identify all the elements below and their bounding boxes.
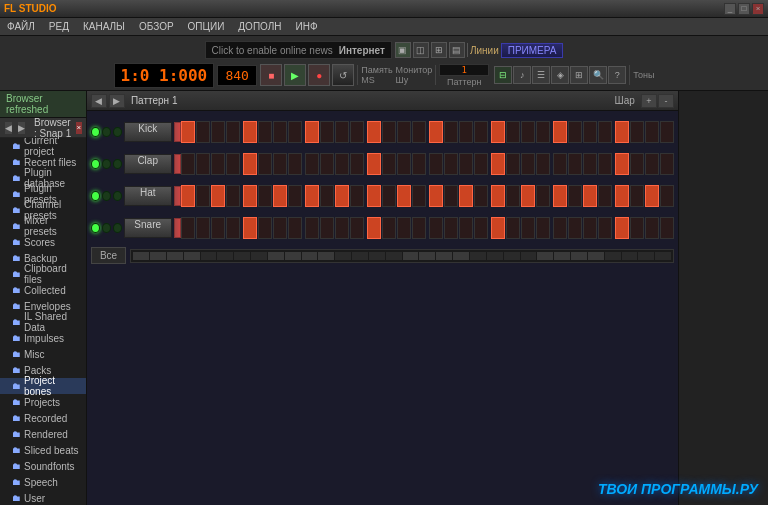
pad-1[interactable] [196,185,210,207]
mini-pad-22[interactable] [504,252,520,260]
pad-14[interactable] [397,185,411,207]
browser-item-user[interactable]: 🖿 User [0,490,86,505]
pad-23[interactable] [536,217,550,239]
pad-24[interactable] [553,153,567,175]
pad-18[interactable] [459,217,473,239]
clap-led2[interactable] [102,159,111,169]
all-button[interactable]: Все [91,247,126,264]
pad-0[interactable] [181,185,195,207]
pad-19[interactable] [474,153,488,175]
pad-11[interactable] [350,121,364,143]
pad-9[interactable] [320,121,334,143]
pad-17[interactable] [444,185,458,207]
pad-16[interactable] [429,217,443,239]
pad-24[interactable] [553,121,567,143]
pad-20[interactable] [491,121,505,143]
mini-pad-1[interactable] [150,252,166,260]
maximize-button[interactable]: □ [738,3,750,15]
clap-led3[interactable] [113,159,122,169]
snare-name-button[interactable]: Snare [124,218,172,238]
pad-11[interactable] [350,153,364,175]
pad-27[interactable] [598,185,612,207]
menu-file[interactable]: ФАЙЛ [4,21,38,32]
pad-23[interactable] [536,185,550,207]
play-button[interactable]: ▶ [284,64,306,86]
toolbar-icon-1[interactable]: ▣ [395,42,411,58]
pad-23[interactable] [536,153,550,175]
pad-21[interactable] [506,121,520,143]
mini-pad-2[interactable] [167,252,183,260]
pad-9[interactable] [320,153,334,175]
kick-led[interactable] [91,127,100,137]
bpm-display[interactable]: 840 [217,65,257,86]
pad-19[interactable] [474,217,488,239]
help-icon[interactable]: ? [608,66,626,84]
loop-button[interactable]: ↺ [332,64,354,86]
pad-15[interactable] [412,121,426,143]
mini-pad-4[interactable] [201,252,217,260]
toolbar-icon-4[interactable]: ▤ [449,42,465,58]
pad-4[interactable] [243,153,257,175]
pad-18[interactable] [459,185,473,207]
snare-led2[interactable] [102,223,111,233]
toolbar-icon-2[interactable]: ◫ [413,42,429,58]
pad-10[interactable] [335,217,349,239]
pad-16[interactable] [429,121,443,143]
pad-3[interactable] [226,185,240,207]
pad-14[interactable] [397,121,411,143]
browser-close-button[interactable]: × [76,122,82,134]
pad-2[interactable] [211,217,225,239]
pad-28[interactable] [615,217,629,239]
pad-1[interactable] [196,153,210,175]
close-button[interactable]: × [752,3,764,15]
browser-item-misc[interactable]: 🖿 Misc [0,346,86,362]
snare-vol[interactable] [174,218,181,238]
hat-led3[interactable] [113,191,122,201]
pad-5[interactable] [258,217,272,239]
pad-10[interactable] [335,121,349,143]
pad-30[interactable] [645,121,659,143]
mini-pad-6[interactable] [234,252,250,260]
pad-8[interactable] [305,121,319,143]
mini-pad-3[interactable] [184,252,200,260]
snare-led[interactable] [91,223,100,233]
pad-22[interactable] [521,121,535,143]
seq-zoom-out[interactable]: - [658,94,674,108]
mini-pad-17[interactable] [419,252,435,260]
browser-item-soundfonts[interactable]: 🖿 Soundfonts [0,458,86,474]
pad-18[interactable] [459,121,473,143]
pad-15[interactable] [412,153,426,175]
mini-pad-29[interactable] [622,252,638,260]
pad-12[interactable] [367,185,381,207]
browser-item-speech[interactable]: 🖿 Speech [0,474,86,490]
browser-item-current-project[interactable]: 🖿 Current project [0,138,86,154]
pad-21[interactable] [506,153,520,175]
browser-item-mixer-presets[interactable]: 🖿 Mixer presets [0,218,86,234]
clap-name-button[interactable]: Clap [124,154,172,174]
pad-4[interactable] [243,121,257,143]
pad-28[interactable] [615,153,629,175]
mini-pad-13[interactable] [352,252,368,260]
pad-26[interactable] [583,121,597,143]
mini-pad-20[interactable] [470,252,486,260]
primer-button[interactable]: ПРИМЕРА [501,43,564,58]
pad-3[interactable] [226,121,240,143]
pad-25[interactable] [568,217,582,239]
menu-edit[interactable]: РЕД [46,21,72,32]
pad-10[interactable] [335,153,349,175]
mini-pad-18[interactable] [436,252,452,260]
snare-led3[interactable] [113,223,122,233]
pad-6[interactable] [273,217,287,239]
pad-14[interactable] [397,153,411,175]
pad-16[interactable] [429,185,443,207]
pad-8[interactable] [305,217,319,239]
browser-forward-button[interactable]: ▶ [17,121,26,135]
hat-vol[interactable] [174,186,181,206]
pad-7[interactable] [288,153,302,175]
mini-pad-28[interactable] [605,252,621,260]
pad-30[interactable] [645,185,659,207]
pad-21[interactable] [506,185,520,207]
seq-zoom-in[interactable]: + [641,94,657,108]
kick-led2[interactable] [102,127,111,137]
mini-pad-5[interactable] [217,252,233,260]
